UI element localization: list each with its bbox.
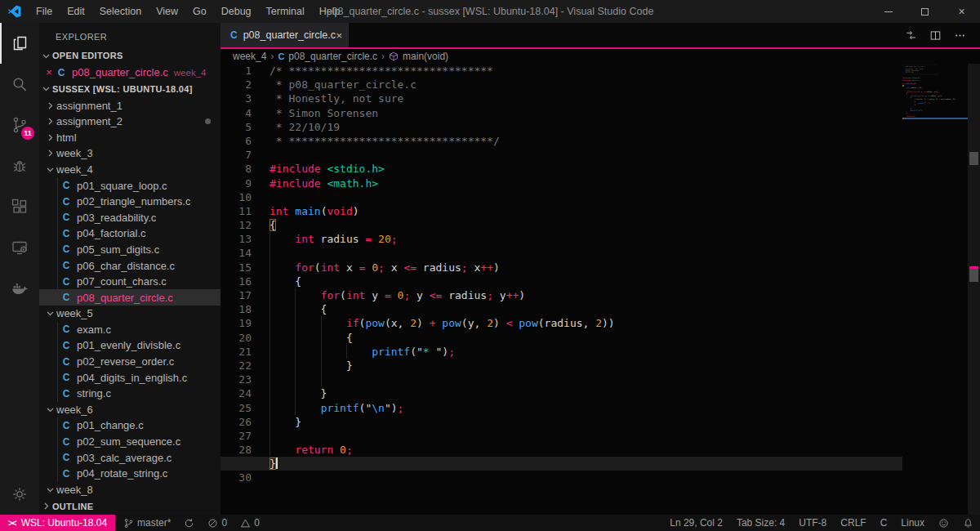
- sync-changes-button[interactable]: [184, 518, 194, 529]
- code-line-21[interactable]: printf("* ");: [220, 345, 902, 359]
- tree-file-p06-char-distance-c[interactable]: Cp06_char_distance.c: [39, 257, 220, 274]
- minimize-button[interactable]: [870, 0, 906, 23]
- tree-file-p01-change-c[interactable]: Cp01_change.c: [39, 417, 220, 434]
- cursor-position[interactable]: Ln 29, Col 2: [670, 517, 723, 529]
- tab-p08-quarter-circle[interactable]: C p08_quarter_circle.c ×: [220, 23, 349, 47]
- code-line-15[interactable]: for(int x = 0; x <= radius; x++): [220, 261, 902, 274]
- tree-folder-html[interactable]: html: [39, 129, 220, 145]
- tree-file-p04-digits-in-english-c[interactable]: Cp04_digits_in_english.c: [39, 369, 220, 386]
- feedback-button[interactable]: [938, 518, 949, 529]
- code-line-22[interactable]: }: [220, 359, 902, 373]
- activity-search-button[interactable]: [0, 64, 39, 105]
- code-editor[interactable]: 1234567891011121314151617181920212223242…: [220, 64, 980, 515]
- tree-folder-week-6[interactable]: week_6: [39, 402, 220, 418]
- problems-errors[interactable]: 0: [207, 517, 227, 529]
- tree-folder-assignment-1[interactable]: assignment_1: [39, 97, 220, 114]
- code-line-11[interactable]: int main(void): [220, 204, 902, 218]
- breadcrumb-folder[interactable]: week_4: [233, 51, 266, 62]
- tree-file-p02-reverse-order-c[interactable]: Cp02_reverse_order.c: [39, 354, 220, 370]
- code-line-1[interactable]: /* ********************************: [220, 64, 902, 78]
- code-line-10[interactable]: [220, 190, 902, 204]
- activity-remote-explorer-button[interactable]: [0, 227, 39, 268]
- code-line-29[interactable]: }: [220, 457, 902, 471]
- code-line-18[interactable]: {: [220, 302, 902, 316]
- os-indicator[interactable]: Linux: [901, 517, 924, 529]
- code-line-7[interactable]: [220, 148, 902, 162]
- remote-indicator[interactable]: >< WSL: Ubuntu-18.04: [0, 515, 115, 531]
- menu-file[interactable]: File: [29, 0, 60, 23]
- activity-source-control-button[interactable]: 11: [0, 105, 39, 145]
- tree-file-p02-triangle-numbers-c[interactable]: Cp02_triangle_numbers.c: [39, 194, 220, 210]
- encoding-setting[interactable]: UTF-8: [799, 517, 826, 529]
- tree-file-p04-factorial-c[interactable]: Cp04_factorial.c: [39, 225, 220, 242]
- tree-file-exam-c[interactable]: Cexam.c: [39, 322, 220, 338]
- language-mode[interactable]: C: [880, 517, 888, 529]
- code-line-13[interactable]: int radius = 20;: [220, 232, 902, 246]
- tree-file-p02-sum-sequence-c[interactable]: Cp02_sum_sequence.c: [39, 434, 220, 450]
- activity-extensions-button[interactable]: [0, 186, 39, 227]
- code-content[interactable]: /* ******************************** * p0…: [220, 64, 902, 485]
- tree-file-p01-square-loop-c[interactable]: Cp01_square_loop.c: [39, 177, 220, 194]
- problems-warnings[interactable]: 0: [240, 517, 260, 529]
- tree-folder-week-8[interactable]: week_8: [39, 482, 220, 498]
- code-line-23[interactable]: [220, 373, 902, 386]
- code-line-27[interactable]: [220, 429, 902, 443]
- menu-go[interactable]: Go: [185, 0, 214, 23]
- close-editor-icon[interactable]: ×: [42, 66, 56, 78]
- tree-folder-week-4[interactable]: week_4: [39, 162, 220, 178]
- activity-debug-button[interactable]: [0, 145, 39, 186]
- activity-explorer-button[interactable]: [0, 23, 39, 64]
- tree-file-p01-evenly-divisble-c[interactable]: Cp01_evenly_divisble.c: [39, 337, 220, 354]
- indentation-setting[interactable]: Tab Size: 4: [737, 517, 785, 529]
- code-line-9[interactable]: #include <math.h>: [220, 176, 902, 190]
- eol-setting[interactable]: CRLF: [840, 517, 866, 529]
- tree-folder-assignment-2[interactable]: assignment_2: [39, 114, 220, 130]
- code-line-17[interactable]: for(int y = 0; y <= radius; y++): [220, 288, 902, 302]
- tree-file-p04-rotate-string-c[interactable]: Cp04_rotate_string.c: [39, 466, 220, 482]
- code-line-14[interactable]: [220, 246, 902, 260]
- minimap[interactable]: /* ******************************** * p0…: [902, 64, 968, 121]
- menu-edit[interactable]: Edit: [60, 0, 92, 23]
- code-line-6[interactable]: * ********************************/: [220, 134, 902, 148]
- code-line-2[interactable]: * p08_quarter_circle.c: [220, 78, 902, 91]
- more-actions-button[interactable]: [947, 29, 972, 42]
- code-line-19[interactable]: if(pow(x, 2) + pow(y, 2) < pow(radius, 2…: [220, 316, 902, 330]
- menu-debug[interactable]: Debug: [214, 0, 259, 23]
- menu-view[interactable]: View: [149, 0, 185, 23]
- open-editors-header[interactable]: OPEN EDITORS: [39, 47, 220, 65]
- breadcrumb-symbol[interactable]: main(void): [389, 51, 448, 62]
- tree-folder-week-5[interactable]: week_5: [39, 306, 220, 322]
- tree-file-string-c[interactable]: Cstring.c: [39, 386, 220, 402]
- code-line-5[interactable]: * 22/10/19: [220, 120, 902, 134]
- tree-file-p08-quarter-circle-c[interactable]: Cp08_quarter_circle.c: [39, 289, 220, 306]
- code-line-8[interactable]: #include <stdio.h>: [220, 162, 902, 176]
- close-button[interactable]: ×: [943, 0, 980, 23]
- code-line-3[interactable]: * Honestly, not sure: [220, 91, 902, 105]
- activity-manage-button[interactable]: [0, 474, 39, 515]
- git-branch-indicator[interactable]: master*: [123, 517, 171, 529]
- tree-file-p03-readability-c[interactable]: Cp03_readability.c: [39, 209, 220, 225]
- code-line-26[interactable]: }: [220, 415, 902, 429]
- tree-file-p03-calc-average-c[interactable]: Cp03_calc_average.c: [39, 449, 220, 466]
- notifications-button[interactable]: [963, 518, 973, 529]
- outline-header[interactable]: OUTLINE: [39, 498, 220, 515]
- open-changes-button[interactable]: [898, 29, 923, 42]
- split-editor-button[interactable]: [923, 29, 947, 42]
- code-line-16[interactable]: {: [220, 274, 902, 288]
- tree-file-p05-sum-digits-c[interactable]: Cp05_sum_digits.c: [39, 242, 220, 258]
- code-line-25[interactable]: printf("\n");: [220, 401, 902, 415]
- workspace-root-header[interactable]: SUSSEX [WSL: UBUNTU-18.04]: [39, 80, 220, 97]
- tree-folder-week-3[interactable]: week_3: [39, 145, 220, 162]
- code-line-30[interactable]: [220, 471, 902, 484]
- code-line-20[interactable]: {: [220, 331, 902, 345]
- menu-terminal[interactable]: Terminal: [259, 0, 312, 23]
- code-line-12[interactable]: {: [220, 218, 902, 232]
- tree-file-p07-count-chars-c[interactable]: Cp07_count_chars.c: [39, 274, 220, 290]
- code-line-28[interactable]: return 0;: [220, 443, 902, 457]
- tab-close-icon[interactable]: ×: [336, 29, 342, 42]
- activity-docker-button[interactable]: [0, 268, 39, 309]
- code-line-4[interactable]: * Simon Sorensen: [220, 106, 902, 120]
- overview-ruler-scrollbar[interactable]: [968, 64, 980, 515]
- code-line-24[interactable]: }: [220, 386, 902, 400]
- breadcrumb-file[interactable]: C p08_quarter_circle.c: [278, 51, 377, 62]
